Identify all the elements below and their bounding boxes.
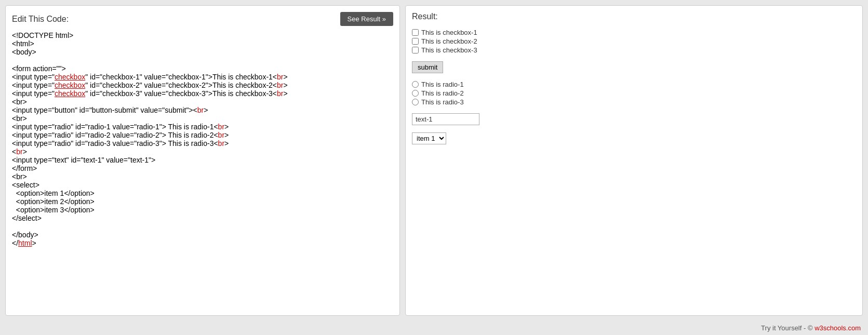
- code-line: <br>: [12, 114, 393, 123]
- code-line: <form action="">: [12, 64, 393, 73]
- checkbox-2-label: This is checkbox-2: [421, 37, 477, 45]
- see-result-button[interactable]: See Result »: [340, 12, 393, 26]
- result-panel: Result: This is checkbox-1 This is check…: [405, 5, 863, 316]
- radio-3-label: This is radio-3: [421, 98, 464, 106]
- code-line: [12, 222, 393, 231]
- radio-group: This is radio-1 This is radio-2 This is …: [412, 81, 856, 106]
- submit-button[interactable]: submit: [412, 61, 443, 73]
- radio-3[interactable]: [412, 99, 419, 105]
- code-line: </body>: [12, 231, 393, 239]
- code-line: <input type="radio" id="radio-3 value="r…: [12, 139, 393, 148]
- checkbox-1[interactable]: [412, 29, 419, 36]
- footer: Try it Yourself - © w3schools.com: [0, 321, 868, 335]
- checkbox-item-3: This is checkbox-3: [412, 46, 856, 54]
- code-line: <input type="checkbox" id="checkbox-1" v…: [12, 73, 393, 81]
- radio-1[interactable]: [412, 81, 419, 88]
- radio-1-label: This is radio-1: [421, 81, 464, 88]
- code-line: <br>: [12, 172, 393, 181]
- radio-item-3: This is radio-3: [412, 98, 856, 106]
- code-line: </form>: [12, 164, 393, 172]
- code-line: <br>: [12, 148, 393, 156]
- code-line: <input type="radio" id="radio-1 value="r…: [12, 123, 393, 131]
- checkbox-item-1: This is checkbox-1: [412, 29, 856, 36]
- code-line: <input type="checkbox" id="checkbox-3" v…: [12, 89, 393, 98]
- code-line: <input type="radio" id="radio-2 value="r…: [12, 131, 393, 139]
- footer-link[interactable]: w3schools.com: [814, 324, 861, 332]
- checkbox-item-2: This is checkbox-2: [412, 37, 856, 45]
- code-line: <!DOCTYPE html>: [12, 31, 393, 39]
- radio-2[interactable]: [412, 90, 419, 97]
- code-line: </select>: [12, 214, 393, 222]
- code-line: </html>: [12, 239, 393, 247]
- result-title: Result:: [412, 12, 856, 21]
- checkbox-3[interactable]: [412, 47, 419, 53]
- code-line: <option>item 3</option>: [12, 206, 393, 214]
- code-line: <option>item 2</option>: [12, 197, 393, 206]
- select-dropdown[interactable]: item 1 item 2 item 3: [412, 132, 446, 144]
- code-line: <select>: [12, 181, 393, 189]
- code-line: <body>: [12, 48, 393, 56]
- checkbox-3-label: This is checkbox-3: [421, 46, 477, 54]
- code-line: [12, 56, 393, 64]
- code-line: <html>: [12, 39, 393, 48]
- code-line: <input type="checkbox" id="checkbox-2" v…: [12, 81, 393, 89]
- radio-2-label: This is radio-2: [421, 89, 464, 97]
- code-line: <input type="text" id="text-1" value="te…: [12, 156, 393, 164]
- checkbox-2[interactable]: [412, 38, 419, 45]
- code-line: <option>item 1</option>: [12, 189, 393, 197]
- code-line: <input type="button" id="button-submit" …: [12, 106, 393, 114]
- radio-item-1: This is radio-1: [412, 81, 856, 88]
- editor-title: Edit This Code:: [12, 15, 69, 24]
- editor-panel: Edit This Code: See Result » <!DOCTYPE h…: [5, 5, 400, 316]
- text-input[interactable]: [412, 113, 479, 125]
- checkbox-1-label: This is checkbox-1: [421, 29, 477, 36]
- select-wrapper: item 1 item 2 item 3: [412, 132, 856, 144]
- result-content: This is checkbox-1 This is checkbox-2 Th…: [412, 29, 856, 309]
- code-line: <br>: [12, 98, 393, 106]
- footer-text: Try it Yourself - ©: [761, 324, 814, 332]
- code-editor[interactable]: <!DOCTYPE html> <html> <body> <form acti…: [12, 31, 393, 309]
- radio-item-2: This is radio-2: [412, 89, 856, 97]
- checkbox-group: This is checkbox-1 This is checkbox-2 Th…: [412, 29, 856, 54]
